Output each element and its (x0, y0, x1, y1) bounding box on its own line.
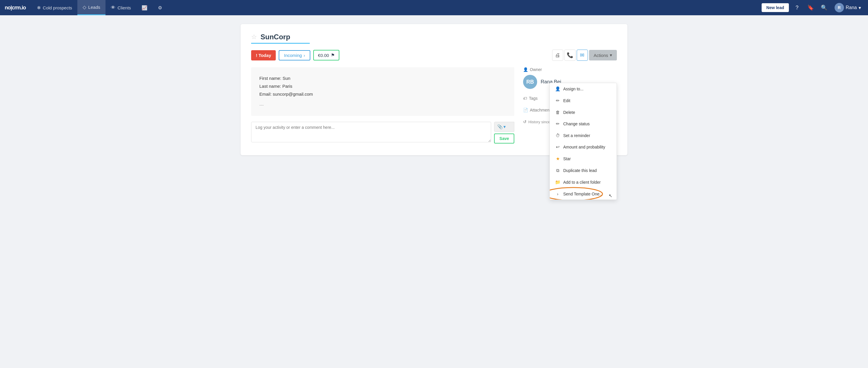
trash-icon: 🗑 (555, 110, 560, 115)
menu-amount-label: Amount and probability (563, 145, 605, 149)
nav-cold-prospects[interactable]: ❄ Cold prospects (32, 0, 78, 15)
history-icon: ↺ (523, 119, 527, 124)
status-icon: ✏ (555, 121, 560, 126)
actions-label: Actions (594, 53, 608, 58)
main-content: ☆ SunCorp ! Today Incoming › €0.00 ⚑ 🖨 📞… (229, 15, 639, 164)
menu-assign-label: Assign to... (563, 87, 584, 91)
search-icon[interactable]: 🔍 (819, 2, 829, 13)
diamond-icon: ◇ (83, 4, 86, 10)
snowflake-icon: ❄ (37, 5, 41, 10)
comment-box: 📎 ▾ Save (251, 122, 514, 143)
comment-actions: 📎 ▾ Save (494, 122, 514, 143)
star-menu-icon: ★ (555, 156, 560, 162)
flag-icon: ⚑ (331, 53, 335, 58)
nav-clients[interactable]: 👁 Clients (105, 0, 136, 15)
last-name-label: Last name: (259, 84, 281, 89)
menu-item-star[interactable]: ★ Star (550, 153, 617, 165)
username-label: Rana (846, 5, 857, 10)
eye-icon: 👁 (111, 5, 116, 10)
today-button[interactable]: ! Today (251, 50, 276, 60)
menu-template-label: Send Template One... (563, 192, 603, 196)
star-icon[interactable]: ☆ (251, 33, 257, 41)
separator: --- (259, 101, 506, 109)
menu-edit-label: Edit (563, 98, 570, 103)
clock-icon: ⏱ (555, 133, 560, 138)
action-bar: ! Today Incoming › €0.00 ⚑ 🖨 📞 ✉ Actions… (251, 50, 617, 61)
nav-clients-label: Clients (118, 5, 131, 10)
tag-icon: 🏷 (523, 96, 527, 101)
amount-icon: ↩ (555, 144, 560, 150)
attach-button[interactable]: 📎 ▾ (494, 122, 514, 132)
attach-dropdown-icon: ▾ (503, 124, 506, 130)
user-chevron-icon: ▾ (859, 5, 861, 10)
menu-star-label: Star (563, 157, 571, 161)
duplicate-icon: ⧉ (555, 168, 560, 173)
person-icon: 👤 (555, 86, 560, 91)
menu-status-label: Change status (563, 121, 590, 126)
navbar-right: New lead ? 🔖 🔍 R Rana ▾ (762, 2, 863, 13)
phone-icon[interactable]: 📞 (564, 50, 576, 61)
page-title: SunCorp (260, 33, 290, 41)
menu-item-reminder[interactable]: ⏱ Set a reminder (550, 130, 617, 141)
owner-label: 👤 Owner (523, 67, 617, 72)
menu-item-send-template[interactable]: › Send Template One... ↖ (550, 188, 617, 200)
menu-item-assign[interactable]: 👤 Assign to... (550, 83, 617, 95)
menu-duplicate-label: Duplicate this lead (563, 168, 597, 173)
app-logo: no|crm.io (5, 5, 26, 11)
actions-dropdown-menu: 👤 Assign to... ✏ Edit 🗑 Delete ✏ Change … (550, 83, 617, 200)
paperclip-icon: 📎 (497, 124, 503, 130)
menu-reminder-label: Set a reminder (563, 133, 590, 138)
menu-item-edit[interactable]: ✏ Edit (550, 95, 617, 107)
first-name-value: Sun (282, 76, 290, 81)
incoming-button[interactable]: Incoming › (279, 50, 310, 60)
attachment-icon: 📄 (523, 108, 528, 112)
folder-icon: 📁 (555, 179, 560, 185)
menu-item-amount[interactable]: ↩ Amount and probability (550, 141, 617, 153)
last-name-line: Last name: Paris (259, 82, 506, 90)
first-name-label: First name: (259, 76, 281, 81)
gear-icon: ⚙ (158, 5, 162, 10)
navbar: no|crm.io ❄ Cold prospects ◇ Leads 👁 Cli… (0, 0, 868, 15)
incoming-label: Incoming (284, 53, 302, 58)
user-menu[interactable]: R Rana ▾ (832, 2, 863, 13)
nav-settings[interactable]: ⚙ (153, 0, 167, 15)
amount-value: €0.00 (318, 53, 329, 58)
help-icon[interactable]: ? (792, 2, 802, 13)
nav-leads-label: Leads (88, 5, 100, 10)
info-box: First name: Sun Last name: Paris Email: … (251, 67, 514, 116)
menu-item-change-status[interactable]: ✏ Change status (550, 118, 617, 130)
arrow-icon: › (304, 53, 305, 58)
new-lead-button[interactable]: New lead (762, 3, 789, 12)
save-button[interactable]: Save (494, 134, 514, 143)
email-icon[interactable]: ✉ (577, 50, 588, 61)
left-column: First name: Sun Last name: Paris Email: … (251, 67, 514, 143)
print-icon[interactable]: 🖨 (552, 50, 563, 61)
actions-button[interactable]: Actions ▾ (589, 50, 617, 60)
menu-delete-label: Delete (563, 110, 575, 115)
email-value: suncorp@gmail.com (273, 91, 313, 96)
chart-icon: 📈 (142, 5, 147, 10)
avatar: R (835, 3, 844, 12)
nav-cold-prospects-label: Cold prospects (43, 5, 72, 10)
first-name-line: First name: Sun (259, 74, 506, 82)
action-icons-right: 🖨 📞 ✉ Actions ▾ (552, 50, 617, 61)
menu-item-client-folder[interactable]: 📁 Add to a client folder (550, 176, 617, 188)
actions-chevron-icon: ▾ (610, 53, 612, 58)
bookmark-icon[interactable]: 🔖 (805, 2, 816, 13)
amount-button[interactable]: €0.00 ⚑ (313, 50, 339, 60)
nav-analytics[interactable]: 📈 (136, 0, 153, 15)
avatar: RB (523, 75, 537, 89)
send-icon: › (555, 191, 560, 196)
menu-item-delete[interactable]: 🗑 Delete (550, 107, 617, 118)
comment-textarea[interactable] (251, 122, 491, 142)
lead-card: ☆ SunCorp ! Today Incoming › €0.00 ⚑ 🖨 📞… (241, 24, 627, 155)
card-title-row: ☆ SunCorp (251, 33, 617, 41)
title-underline (251, 43, 310, 44)
edit-icon: ✏ (555, 98, 560, 103)
menu-item-duplicate[interactable]: ⧉ Duplicate this lead (550, 165, 617, 176)
email-line: Email: suncorp@gmail.com (259, 90, 506, 98)
cursor-icon: ↖ (609, 193, 613, 198)
person-icon: 👤 (523, 67, 528, 72)
nav-leads[interactable]: ◇ Leads (78, 0, 105, 15)
last-name-value: Paris (282, 84, 292, 89)
